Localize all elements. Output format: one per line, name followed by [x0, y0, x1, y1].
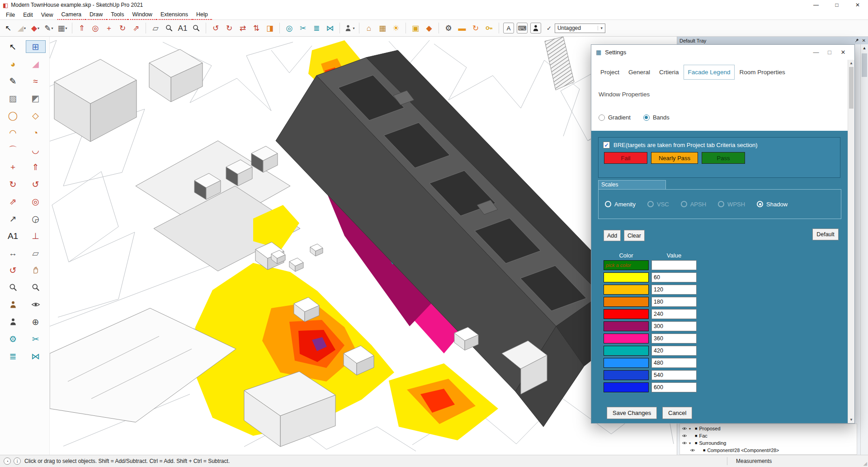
expand-caret-icon[interactable]: ▾ — [689, 427, 693, 431]
orbit-tool[interactable]: ↺ — [209, 22, 222, 34]
measurements-input[interactable] — [778, 457, 845, 466]
freehand-tool[interactable]: ≈ — [26, 75, 46, 87]
keyboard-icon[interactable]: ⌨ — [517, 23, 528, 33]
chevron-down-icon[interactable]: ▾ — [52, 26, 53, 30]
cancel-button[interactable]: Cancel — [662, 407, 692, 419]
position-camera-tool[interactable] — [3, 298, 23, 311]
plugin-mesh-icon[interactable]: ⋈ — [26, 350, 46, 362]
scale-value-input[interactable] — [651, 285, 697, 295]
component-browser-icon[interactable]: ⌂ — [363, 22, 375, 34]
axes-tool[interactable]: ⊥ — [26, 229, 46, 242]
plugin-gear-icon[interactable]: ⚙ — [3, 333, 23, 345]
dialog-close-button[interactable]: ✕ — [836, 49, 850, 56]
pan-view-tool[interactable]: ⇄ — [236, 22, 249, 34]
dialog-minimize-button[interactable]: — — [809, 49, 823, 56]
rectangle-tool[interactable]: ▨ — [3, 92, 23, 105]
menu-view[interactable]: View — [37, 10, 57, 19]
tag-check-icon[interactable]: ✓ — [547, 25, 552, 32]
arc-tool[interactable]: ◠ — [3, 126, 23, 139]
eye-icon[interactable] — [682, 433, 687, 438]
default-button[interactable]: Default — [812, 229, 839, 240]
scale-value-input[interactable] — [651, 309, 697, 319]
walk-tool[interactable] — [3, 315, 23, 328]
navigation-icon[interactable]: ⊕ — [26, 315, 46, 328]
outliner-item[interactable]: ■Fac — [680, 432, 857, 439]
offset-tool[interactable]: ◎ — [26, 195, 46, 208]
protractor-tool[interactable]: ◶ — [26, 212, 46, 225]
scale-color-swatch[interactable] — [604, 382, 649, 392]
facade-mesh-icon[interactable]: ⋈ — [324, 22, 336, 34]
scale-value-input[interactable] — [651, 382, 697, 392]
scale-value-input[interactable] — [651, 358, 697, 368]
scale-color-swatch[interactable] — [604, 321, 649, 331]
license-key-icon[interactable] — [483, 22, 495, 34]
materials-panel-icon[interactable]: ▬ — [456, 22, 468, 34]
tab-facade-legend[interactable]: Facade Legend — [684, 65, 735, 80]
move-tool[interactable]: + — [3, 161, 23, 173]
polygon-tool[interactable]: ◇ — [26, 109, 46, 122]
facade-target-icon[interactable]: ◎ — [283, 22, 296, 34]
tray-close-icon[interactable]: ✕ — [862, 38, 866, 43]
clear-button[interactable]: Clear — [624, 230, 645, 241]
dialog-scroll-thumb[interactable] — [849, 67, 854, 109]
push-pull-tool[interactable]: ⇑ — [75, 22, 88, 34]
user-icon[interactable] — [530, 23, 541, 33]
three-point-arc-tool[interactable]: ◡ — [26, 143, 46, 156]
circle-tool[interactable]: ◯ — [3, 109, 23, 122]
bre-pass-button[interactable]: Pass — [702, 152, 745, 164]
section-plane-tool[interactable]: ▱ — [26, 247, 46, 259]
refresh-icon[interactable]: ↻ — [469, 22, 482, 34]
scale-color-swatch[interactable]: pick a color — [604, 260, 649, 270]
menu-help[interactable]: Help — [192, 10, 212, 20]
bre-nearly-pass-button[interactable]: Nearly Pass — [651, 152, 698, 164]
text-tool[interactable]: A1 — [176, 22, 189, 34]
rotate-tool[interactable]: ↻ — [3, 178, 23, 191]
zoom-extents-tool[interactable] — [26, 281, 46, 294]
eraser-tool[interactable]: ◢▾ — [15, 22, 28, 34]
select-tool[interactable]: ↖ — [3, 40, 23, 53]
line-tool[interactable]: ✎ — [3, 75, 23, 87]
look-around-tool[interactable] — [26, 298, 46, 311]
scale-color-swatch[interactable] — [604, 358, 649, 368]
follow-me-tool[interactable]: ↺ — [26, 178, 46, 191]
scale-color-swatch[interactable] — [604, 285, 649, 295]
scale-color-swatch[interactable] — [604, 272, 649, 282]
geolocation-icon[interactable]: ▣ — [409, 22, 422, 34]
text-tool[interactable]: A1 — [3, 229, 23, 242]
zoom-tool[interactable] — [190, 22, 203, 34]
chevron-down-icon[interactable]: ▾ — [24, 26, 26, 30]
eye-icon[interactable] — [682, 440, 687, 446]
outliner-item[interactable]: ▾■Surrounding — [680, 439, 857, 447]
align-view-icon[interactable]: ◨ — [264, 22, 276, 34]
shadows-icon[interactable]: ☀ — [390, 22, 402, 34]
tab-general[interactable]: General — [624, 65, 655, 80]
flip-view-tool[interactable]: ⇅ — [250, 22, 263, 34]
scale-color-swatch[interactable] — [604, 309, 649, 319]
menu-tools[interactable]: Tools — [107, 10, 128, 20]
menu-extensions[interactable]: Extensions — [156, 10, 192, 20]
status-info-icon[interactable]: i — [14, 457, 21, 465]
pin-icon[interactable] — [854, 38, 859, 43]
chevron-down-icon[interactable]: ▾ — [38, 26, 39, 30]
two-point-arc-tool[interactable]: ⌒ — [3, 143, 23, 156]
menu-edit[interactable]: Edit — [19, 10, 37, 19]
materials-grid-icon[interactable]: ▦ — [376, 22, 389, 34]
viewport-3d-scene[interactable] — [0, 37, 677, 455]
move-tool[interactable]: + — [103, 22, 115, 34]
plugin-scissors-icon[interactable]: ✂ — [26, 333, 46, 345]
paint-bucket-tool[interactable]: ◕ — [3, 57, 23, 70]
scale-option-amenity[interactable]: Amenity — [605, 201, 636, 208]
section-plane-tool[interactable]: ▱ — [149, 22, 162, 34]
orbit-tool[interactable]: ↺ — [3, 264, 23, 276]
shapes-tool[interactable]: ▦▾ — [56, 22, 69, 34]
mode-option-gradient[interactable]: Gradient — [599, 114, 631, 121]
scroll-up-icon[interactable]: ▲ — [861, 44, 868, 50]
maximize-button[interactable]: □ — [826, 0, 847, 10]
chevron-down-icon[interactable]: ▾ — [353, 26, 354, 30]
rotate-tool[interactable]: ↻ — [116, 22, 129, 34]
menu-window[interactable]: Window — [128, 10, 156, 20]
chevron-down-icon[interactable]: ▾ — [66, 26, 67, 30]
tab-crtieria[interactable]: Crtieria — [655, 65, 684, 80]
dialog-scrollbar[interactable]: ▲ ▼ — [848, 60, 854, 423]
settings-gear-icon[interactable]: ⚙ — [442, 22, 455, 34]
